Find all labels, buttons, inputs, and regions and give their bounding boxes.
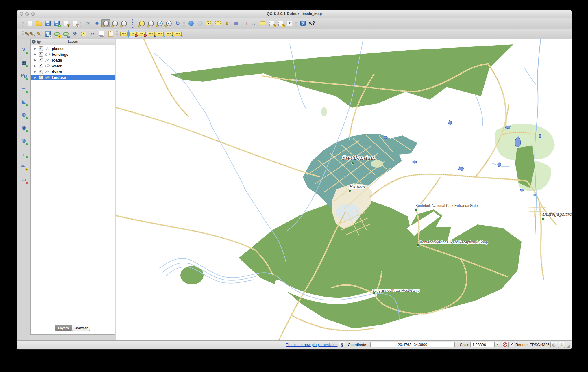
copy-features-button[interactable] [97, 30, 106, 38]
add-vector-layer-button[interactable]: V+ [19, 45, 29, 54]
zoom-full-button[interactable]: ↖↗↙↘ [128, 19, 137, 27]
render-checkbox[interactable] [510, 343, 514, 347]
expand-arrow-icon[interactable]: ▶ [34, 76, 37, 79]
text-annotation-button[interactable]: T [285, 19, 294, 27]
move-feature-icon-badge: ➜ [67, 36, 70, 38]
remove-layer-icon-badge: − [26, 182, 28, 184]
layer-row-rivers[interactable]: ▶rivers [31, 69, 115, 75]
window-zoom-button[interactable] [31, 12, 35, 16]
layer-row-roads[interactable]: ▶roads [31, 57, 115, 63]
show-bookmarks-button[interactable]: + [276, 19, 285, 27]
toggle-editing-button[interactable]: ✎ [34, 30, 43, 38]
layer-row-water[interactable]: ▶water [31, 63, 115, 69]
tab-layers[interactable]: Layers [55, 325, 72, 331]
field-calculator-button[interactable]: ▤ [240, 19, 249, 27]
expand-arrow-icon[interactable]: ▶ [34, 47, 37, 50]
whats-this-button[interactable]: ↖? [307, 19, 316, 27]
new-print-composer-button[interactable]: ✱ [61, 19, 70, 27]
refresh-button[interactable]: ↻ [173, 19, 182, 27]
open-project-button[interactable] [34, 19, 43, 27]
select-features-button[interactable]: ↖▾ [204, 19, 213, 27]
save-project-as-button[interactable]: ✎ [52, 19, 61, 27]
expand-arrow-icon[interactable]: ▶ [34, 59, 37, 62]
node-tool-button[interactable]: ⚒ [70, 30, 79, 38]
scale-combobox[interactable]: 1:23396 ▼ [470, 342, 500, 347]
layers-panel-title: Layers [31, 39, 115, 44]
add-feature-button[interactable]: ✱ [52, 30, 61, 38]
deselect-features-button[interactable] [213, 19, 222, 27]
pan-map-button[interactable]: ☞ [84, 19, 93, 27]
paste-features-button[interactable] [106, 30, 115, 38]
zoom-last-button[interactable]: ◂ [155, 19, 164, 27]
plugin-icon[interactable]: § [339, 342, 345, 348]
add-spatialite-layer-button[interactable]: ✒+ [19, 84, 29, 93]
layer-row-landuse[interactable]: ▶landuse [31, 75, 115, 80]
new-plugin-link[interactable]: There is a new plugin available [286, 343, 338, 347]
chevron-down-icon[interactable]: ▼ [494, 342, 500, 347]
add-raster-layer-button[interactable]: ▦+ [19, 58, 29, 67]
title-bar[interactable]: QGIS 2.0.1-Dufour - basic_map [17, 10, 572, 18]
zoom-actual-button[interactable]: 1:1 [119, 19, 128, 27]
new-project-button[interactable] [25, 19, 34, 27]
add-wfs-layer-button[interactable]: ◎+ [19, 136, 29, 145]
cut-features-button[interactable]: ✂ [88, 30, 97, 38]
zoom-out-button[interactable]: − [110, 19, 119, 27]
pin-labels-button[interactable]: ab [128, 30, 137, 38]
select-by-expression-button[interactable]: ε [222, 19, 231, 27]
expand-arrow-icon[interactable]: ▶ [34, 53, 37, 56]
add-delimited-text-layer-button[interactable]: ,+ [19, 149, 29, 158]
window-close-button[interactable] [20, 12, 23, 16]
delete-selected-button[interactable]: ✕ [79, 30, 88, 38]
layer-visibility-checkbox[interactable] [39, 58, 43, 62]
window-minimize-button[interactable] [25, 12, 29, 16]
run-feature-action-button[interactable]: ⚙ [195, 19, 204, 27]
move-label-button[interactable]: abc [155, 30, 164, 38]
layer-visibility-checkbox[interactable] [39, 70, 43, 74]
layer-row-places[interactable]: ▶places [31, 46, 115, 51]
layer-visibility-checkbox[interactable] [39, 46, 43, 51]
messages-warning-button[interactable]: ⚠ [558, 342, 565, 348]
save-layer-edits-button[interactable]: ✎ [43, 30, 52, 38]
layer-visibility-checkbox[interactable] [39, 52, 43, 57]
map-canvas[interactable]: SwellendamRailtonBuffeljagsrivierBontebo… [116, 39, 572, 341]
identify-button[interactable]: i [186, 19, 195, 27]
coordinate-input[interactable] [370, 342, 455, 347]
change-label-button[interactable]: abc [173, 30, 182, 38]
move-feature-button[interactable]: ➜ [61, 30, 70, 38]
current-edits-button[interactable]: ✎✎▾ [25, 30, 34, 38]
layer-visibility-checkbox[interactable] [39, 75, 43, 80]
zoom-to-selection-button[interactable] [137, 19, 146, 27]
add-wms-layer-button[interactable]: ◍+ [19, 110, 29, 119]
rotate-label-button[interactable]: abc [164, 30, 173, 38]
show-hide-labels-button[interactable]: abc [146, 30, 155, 38]
measure-button[interactable]: ↔ [249, 19, 258, 27]
add-postgis-layer-button[interactable]: Pg+ [19, 71, 29, 80]
zoom-in-button[interactable]: + [101, 19, 110, 27]
tab-browser[interactable]: Browser [72, 325, 90, 331]
help-contents-button[interactable]: ? [298, 19, 307, 27]
labeling-button[interactable]: abc [119, 30, 128, 38]
add-mssql-layer-button[interactable]: ◣+ [19, 97, 29, 106]
panel-float-icon[interactable]: ❐ [37, 40, 41, 44]
expand-arrow-icon[interactable]: ▶ [34, 70, 37, 73]
resize-grip[interactable]: ◢ [567, 344, 571, 348]
attribute-table-button[interactable]: ▦ [231, 19, 240, 27]
zoom-next-button[interactable]: ▸ [164, 19, 173, 27]
new-bookmark-button[interactable]: + [267, 19, 276, 27]
composer-manager-button[interactable]: ⚙ [70, 19, 79, 27]
crs-status-button[interactable]: ◎ [550, 342, 557, 348]
highlight-pinned-labels-button[interactable]: ab [137, 30, 146, 38]
expand-arrow-icon[interactable]: ▶ [34, 64, 37, 67]
pan-to-selection-button[interactable]: ❖ [93, 19, 101, 27]
map-tips-button[interactable] [258, 19, 267, 27]
layer-visibility-checkbox[interactable] [39, 64, 43, 68]
layer-name: rivers [52, 70, 62, 74]
layer-row-buildings[interactable]: ▶buildings [31, 51, 115, 57]
remove-layer-button[interactable]: ▭− [19, 175, 29, 184]
save-project-button[interactable] [43, 19, 52, 27]
new-shapefile-layer-button[interactable]: ✒✱▾ [19, 162, 29, 171]
stop-render-button[interactable] [502, 342, 509, 348]
panel-close-icon[interactable]: ✕ [32, 40, 36, 44]
add-wcs-layer-button[interactable]: ◉+ [19, 123, 29, 132]
zoom-to-layer-button[interactable] [146, 19, 155, 27]
